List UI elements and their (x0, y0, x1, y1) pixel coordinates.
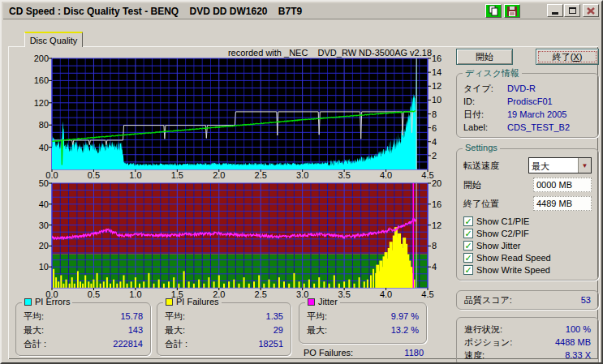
po-failures-row: PO Failures: 1180 (304, 348, 424, 358)
bottom-chart-bg-red (52, 183, 428, 255)
start-button[interactable]: 開始 (456, 49, 513, 65)
svg-text:3.0: 3.0 (296, 289, 308, 299)
minimize-button[interactable] (547, 4, 563, 17)
stat-row: 平均:9.97 % (299, 310, 426, 323)
svg-text:160: 160 (34, 75, 49, 85)
checkmark-icon: ✓ (464, 254, 472, 262)
save-button[interactable] (504, 4, 520, 18)
checkmark-icon: ✓ (464, 229, 472, 238)
svg-text:10: 10 (39, 262, 49, 272)
svg-text:8: 8 (432, 109, 437, 119)
quality-score-label: 品質スコア: (464, 294, 512, 306)
progress-row: ポジション:4488 MB (464, 336, 591, 349)
disc-info-row: Label:CDS_TEST_B2 (463, 121, 592, 134)
svg-text:20: 20 (39, 241, 49, 251)
checkmark-icon: ✓ (464, 266, 472, 274)
disc-info-row: 日付:19 March 2005 (463, 108, 592, 121)
svg-text:2.0: 2.0 (213, 289, 225, 299)
checkmark-icon: ✓ (464, 217, 472, 225)
svg-text:0.5: 0.5 (88, 289, 100, 299)
svg-text:30: 30 (39, 221, 49, 230)
disc-info-row: ID:ProdiscF01 (463, 95, 592, 108)
checkmark-icon: ✓ (464, 242, 472, 250)
svg-text:2.5: 2.5 (255, 289, 267, 299)
checkbox-row-show-jitter[interactable]: ✓ Show Jitter (463, 239, 592, 251)
svg-text:4.0: 4.0 (380, 289, 392, 299)
maximize-icon (569, 7, 576, 14)
po-failures-label: PO Failures: (304, 348, 353, 358)
svg-text:12: 12 (432, 81, 441, 91)
progress-row: 速度:8.33 X (464, 349, 591, 362)
svg-text:80: 80 (39, 120, 49, 130)
disc-info-title: ディスク情報 (463, 67, 522, 79)
end-position-label: 終了位置 (463, 198, 499, 210)
svg-text:16: 16 (432, 54, 441, 63)
svg-text:40: 40 (39, 199, 49, 209)
checkbox-show-c1-pie[interactable]: ✓ (463, 216, 473, 226)
checkbox-row-show-c2-pif[interactable]: ✓ Show C2/PIF (463, 227, 592, 239)
progress-row: 進行状況:100 % (464, 323, 591, 336)
stat-row: 最大:13.2 % (299, 323, 426, 337)
settings-title: Settings (463, 143, 500, 152)
checkbox-row-show-c1-pie[interactable]: ✓ Show C1/PIE (463, 215, 592, 227)
tab-disc-quality[interactable]: Disc Quality (24, 32, 83, 47)
settings-group: Settings 転送速度 最大 ▼ 開始 終了位置 ✓ Show C1/PIE (456, 148, 599, 280)
checkbox-show-jitter[interactable]: ✓ (463, 241, 473, 251)
disc-info-group: ディスク情報 タイプ:DVD-R ID:ProdiscF01 日付:19 Mar… (456, 73, 599, 138)
svg-text:14: 14 (432, 67, 441, 77)
pi-failures-stats-box: PI Failures 平均:1.35 最大:29 合計 :18251 (157, 302, 291, 356)
right-panel: 開始 終了(X) ディスク情報 タイプ:DVD-R ID:ProdiscF01 … (456, 49, 599, 364)
minimize-icon (552, 12, 558, 15)
stat-row: 最大:29 (157, 323, 291, 337)
checkbox-show-read-speed[interactable]: ✓ (463, 253, 473, 263)
checkbox-show-write-speed[interactable]: ✓ (463, 265, 473, 275)
end-position-field[interactable] (533, 196, 592, 211)
quality-charts: 40801201602002468101214160.00.51.01.52.0… (18, 46, 460, 302)
stat-row: 合計 :18251 (157, 337, 291, 351)
svg-text:200: 200 (34, 54, 49, 63)
svg-text:4.5: 4.5 (421, 289, 433, 299)
exit-button[interactable]: 終了(X) (536, 49, 599, 65)
svg-text:12: 12 (432, 221, 441, 230)
progress-box: 進行状況:100 % ポジション:4488 MB 速度:8.33 X (456, 317, 599, 364)
copy-to-clipboard-button[interactable] (485, 4, 502, 18)
tab-label: Disc Quality (30, 36, 78, 45)
start-position-label: 開始 (463, 179, 481, 191)
svg-text:40: 40 (39, 143, 49, 152)
stat-row: 合計 :222814 (16, 337, 150, 351)
close-icon (587, 7, 595, 15)
svg-text:0.0: 0.0 (45, 289, 58, 299)
window-title: CD Speed : Disc Quality Test - BENQ DVD … (3, 6, 302, 17)
app-window: CD Speed : Disc Quality Test - BENQ DVD … (0, 0, 603, 364)
start-position-field[interactable] (533, 178, 592, 192)
svg-text:1.5: 1.5 (171, 289, 183, 299)
quality-score-box: 品質スコア: 53 (456, 290, 599, 310)
floppy-save-icon (507, 6, 517, 16)
svg-text:4: 4 (432, 137, 437, 147)
quality-score-value: 53 (581, 295, 591, 305)
svg-text:50: 50 (39, 178, 49, 188)
po-failures-value: 1180 (404, 348, 424, 358)
svg-text:4: 4 (432, 262, 437, 272)
close-button[interactable] (583, 4, 599, 17)
svg-text:6: 6 (432, 123, 437, 133)
svg-text:20: 20 (432, 178, 441, 188)
svg-text:1.0: 1.0 (129, 289, 141, 299)
maximize-button[interactable] (564, 4, 580, 17)
pi-errors-stats-box: PI Errors 平均:15.78 最大:143 合計 :222814 (15, 302, 151, 356)
checkbox-show-c2-pif[interactable]: ✓ (463, 229, 473, 238)
copy-icon (489, 6, 498, 16)
chevron-down-icon[interactable]: ▼ (578, 158, 591, 173)
transfer-speed-label: 転送速度 (463, 160, 499, 172)
svg-text:8: 8 (432, 241, 437, 251)
jitter-stats-box: Jitter 平均:9.97 % 最大:13.2 % (299, 302, 427, 344)
stat-row: 最大:143 (16, 323, 150, 337)
svg-text:10: 10 (432, 95, 441, 105)
svg-text:120: 120 (34, 98, 49, 108)
stat-row: 平均:1.35 (157, 310, 291, 323)
disc-info-row: タイプ:DVD-R (463, 82, 592, 95)
checkbox-row-show-write-speed[interactable]: ✓ Show Write Speed (463, 263, 592, 276)
checkbox-row-show-read-speed[interactable]: ✓ Show Read Speed (463, 251, 592, 263)
transfer-speed-select[interactable]: 最大 ▼ (528, 157, 592, 173)
recorded-with-label: recorded with _NEC DVD_RW ND-3500AG v2.1… (168, 48, 432, 58)
